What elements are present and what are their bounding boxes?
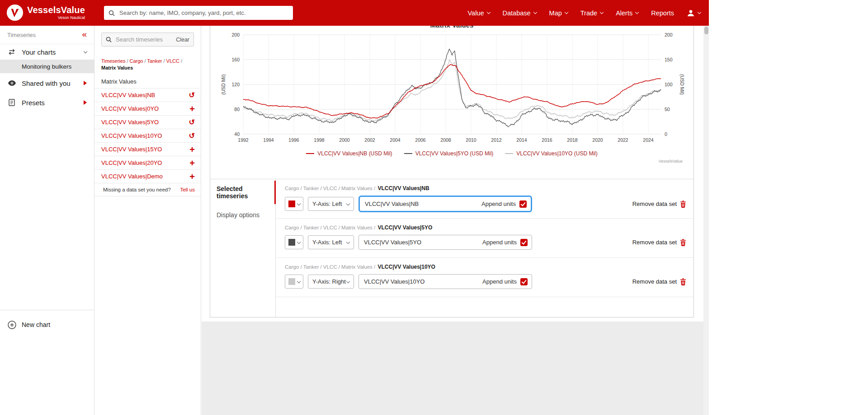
eye-icon bbox=[7, 80, 16, 86]
top-navbar: VesselsValue Veson Nautical Value Databa… bbox=[0, 0, 709, 26]
add-icon[interactable]: + bbox=[189, 159, 195, 168]
append-units-checkbox[interactable] bbox=[520, 239, 528, 246]
chevron-down-icon bbox=[698, 10, 701, 14]
svg-text:2006: 2006 bbox=[415, 137, 426, 143]
timeseries-item-label[interactable]: VLCC|VV Values|NB bbox=[101, 92, 189, 98]
clear-search-button[interactable]: Clear bbox=[176, 37, 189, 43]
tab-selected-timeseries[interactable]: Selected timeseries bbox=[210, 179, 275, 205]
sidebar-item-presets[interactable]: Presets bbox=[0, 95, 94, 110]
nav-database-label: Database bbox=[503, 9, 531, 17]
y-axis-select[interactable]: Y-Axis: Left bbox=[308, 197, 354, 211]
nav-database[interactable]: Database bbox=[503, 9, 537, 17]
append-units-checkbox[interactable] bbox=[519, 201, 527, 208]
nav-reports[interactable]: Reports bbox=[651, 9, 674, 17]
add-icon[interactable]: + bbox=[189, 145, 195, 154]
vesselsvalue-logo[interactable]: VesselsValue Veson Nautical bbox=[6, 4, 85, 21]
append-units-label: Append units bbox=[482, 239, 517, 246]
y-axis-value: Y-Axis: Left bbox=[312, 201, 342, 207]
timeseries-item[interactable]: VLCC|VV Values|0YO + bbox=[94, 102, 201, 116]
tab-display-options[interactable]: Display options bbox=[210, 205, 275, 224]
nav-value[interactable]: Value bbox=[467, 9, 490, 17]
append-units-checkbox[interactable] bbox=[520, 278, 528, 285]
series-label-input[interactable] bbox=[360, 278, 482, 285]
plus-circle-icon bbox=[7, 321, 16, 329]
breadcrumb-cargo[interactable]: Cargo bbox=[129, 58, 143, 64]
tell-us-link[interactable]: Tell us bbox=[180, 187, 195, 192]
timeseries-item[interactable]: VLCC|VV Values|15YO + bbox=[94, 143, 201, 156]
legend-item[interactable]: VLCC|VV Values|5YO (USD Mil) bbox=[404, 150, 494, 157]
timeseries-item-label[interactable]: VLCC|VV Values|0YO bbox=[101, 105, 189, 112]
timeseries-item[interactable]: VLCC|VV Values|5YO ↺ bbox=[94, 116, 201, 129]
chevron-down-icon bbox=[346, 201, 350, 205]
timeseries-item-label[interactable]: VLCC|VV Values|5YO bbox=[101, 119, 189, 126]
color-select[interactable] bbox=[285, 235, 303, 249]
timeseries-item-label[interactable]: VLCC|VV Values|Demo bbox=[101, 173, 189, 180]
user-menu[interactable] bbox=[687, 9, 701, 17]
scrollbar-thumb[interactable] bbox=[704, 27, 708, 34]
timeseries-item-label[interactable]: VLCC|VV Values|15YO bbox=[101, 146, 189, 153]
legend-item[interactable]: VLCC|VV Values|NB (USD Mil) bbox=[306, 150, 392, 157]
timeseries-item[interactable]: VLCC|VV Values|10YO ↺ bbox=[94, 129, 201, 143]
timeseries-item[interactable]: VLCC|VV Values|Demo + bbox=[94, 170, 201, 183]
new-chart-button[interactable]: New chart bbox=[0, 315, 94, 334]
global-search[interactable] bbox=[104, 6, 293, 20]
breadcrumb-vlcc[interactable]: VLCC bbox=[166, 58, 179, 64]
remove-dataset-label: Remove data set bbox=[632, 201, 677, 207]
svg-text:1996: 1996 bbox=[288, 137, 299, 143]
remove-dataset-button[interactable]: Remove data set bbox=[632, 239, 686, 246]
timeseries-item-label[interactable]: VLCC|VV Values|10YO bbox=[101, 132, 189, 139]
global-search-input[interactable] bbox=[118, 9, 288, 17]
missing-dataset-text: Missing a data set you need? bbox=[103, 187, 171, 192]
svg-text:80: 80 bbox=[234, 107, 240, 112]
nav-map[interactable]: Map bbox=[549, 9, 568, 17]
timeseries-search-input[interactable] bbox=[115, 36, 173, 43]
color-select[interactable] bbox=[285, 197, 303, 211]
series-breadcrumb-path: Cargo / Tanker / VLCC / Matrix Values / bbox=[285, 225, 375, 230]
series-row: Cargo / Tanker / VLCC / Matrix Values / … bbox=[276, 219, 693, 258]
trash-icon bbox=[680, 278, 686, 285]
sidebar-chart-monitoring-bulkers[interactable]: Monitoring bulkers bbox=[0, 60, 94, 73]
chevron-down-icon bbox=[346, 240, 350, 243]
add-icon[interactable]: + bbox=[189, 172, 195, 181]
legend-item[interactable]: VLCC|VV Values|10YO (USD Mil) bbox=[505, 150, 597, 157]
search-icon bbox=[106, 37, 112, 42]
series-label-input[interactable] bbox=[361, 200, 481, 208]
color-swatch bbox=[288, 278, 295, 285]
nav-trade-label: Trade bbox=[580, 9, 597, 17]
scrollbar[interactable] bbox=[703, 26, 709, 415]
logo-icon bbox=[6, 4, 24, 21]
sidebar-item-your-charts[interactable]: Your charts bbox=[0, 44, 94, 60]
timeseries-item[interactable]: VLCC|VV Values|20YO + bbox=[94, 156, 201, 170]
add-icon[interactable]: + bbox=[189, 104, 195, 113]
undo-icon[interactable]: ↺ bbox=[189, 119, 195, 126]
breadcrumb-timeseries[interactable]: Timeseries bbox=[101, 58, 125, 64]
timeseries-item[interactable]: VLCC|VV Values|NB ↺ bbox=[94, 89, 201, 102]
undo-icon[interactable]: ↺ bbox=[189, 92, 195, 99]
remove-dataset-button[interactable]: Remove data set bbox=[632, 201, 686, 208]
y-axis-value: Y-Axis: Right bbox=[312, 278, 346, 285]
nav-alerts[interactable]: Alerts bbox=[616, 9, 638, 17]
sidebar-item-shared-with-you[interactable]: Shared with you bbox=[0, 75, 94, 91]
series-label-input[interactable] bbox=[360, 238, 482, 246]
timeseries-item-label[interactable]: VLCC|VV Values|20YO bbox=[101, 159, 189, 166]
breadcrumb-tanker[interactable]: Tanker bbox=[147, 58, 162, 64]
svg-text:2012: 2012 bbox=[491, 137, 502, 143]
collapse-sidebar-icon[interactable]: « bbox=[82, 30, 87, 38]
color-select[interactable] bbox=[285, 275, 303, 289]
timeseries-search[interactable]: Clear bbox=[101, 33, 194, 47]
svg-text:2004: 2004 bbox=[390, 137, 401, 143]
swap-arrows-icon bbox=[7, 49, 16, 55]
y-axis-value: Y-Axis: Left bbox=[312, 239, 342, 246]
remove-dataset-button[interactable]: Remove data set bbox=[632, 278, 686, 285]
series-label-group: Append units bbox=[359, 235, 532, 250]
trash-icon bbox=[680, 201, 686, 208]
series-controls: Y-Axis: Left Append units Remove data se… bbox=[285, 235, 693, 250]
journal-icon bbox=[7, 99, 16, 106]
breadcrumb: Timeseries/Cargo/Tanker/VLCC/ Matrix Val… bbox=[101, 58, 196, 71]
undo-icon[interactable]: ↺ bbox=[189, 132, 195, 140]
series-label-group: Append units bbox=[359, 196, 532, 212]
nav-trade[interactable]: Trade bbox=[580, 9, 603, 17]
y-axis-select[interactable]: Y-Axis: Left bbox=[308, 235, 354, 249]
svg-text:2000: 2000 bbox=[339, 137, 350, 143]
y-axis-select[interactable]: Y-Axis: Right bbox=[308, 275, 354, 289]
